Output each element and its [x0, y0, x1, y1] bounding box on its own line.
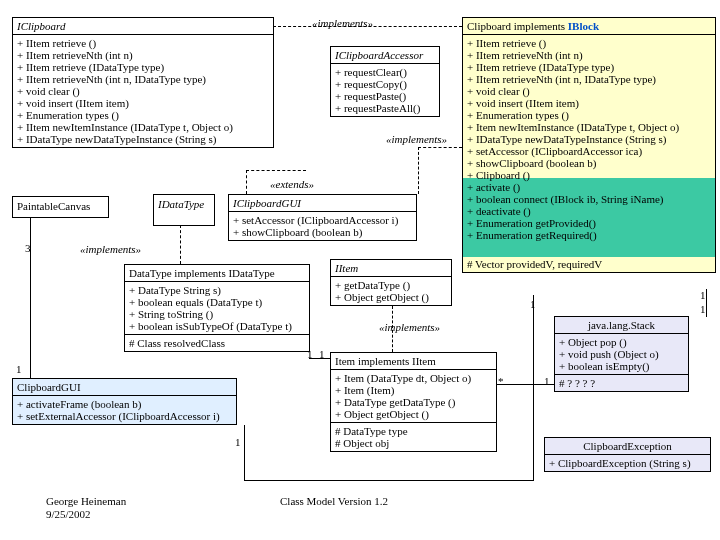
- op: + getDataType (): [335, 279, 447, 291]
- line: [273, 26, 462, 27]
- op: + deactivate (): [467, 205, 711, 217]
- stereotype-implements: «implements»: [379, 321, 440, 333]
- op: + Clipboard (): [467, 169, 711, 181]
- class-body: + DataType String s) + boolean equals (D…: [125, 282, 309, 334]
- op: + DataType String s): [129, 284, 305, 296]
- line: [244, 425, 245, 480]
- op: + Enumeration types (): [17, 109, 269, 121]
- op: + Object getObject (): [335, 291, 447, 303]
- line: [533, 295, 534, 480]
- footer-date: 9/25/2002: [46, 508, 91, 520]
- op: + IItem retrieve (IDataType type): [467, 61, 711, 73]
- class-body: + activateFrame (boolean b) + setExterna…: [13, 396, 236, 424]
- op: + Item (Item): [335, 384, 492, 396]
- op: + boolean equals (DataType t): [129, 296, 305, 308]
- class-attrs: # ? ? ? ?: [555, 374, 688, 391]
- class-attrs: # Class resolvedClass: [125, 334, 309, 351]
- line: [246, 170, 247, 194]
- op: + ClipboardException (String s): [549, 457, 706, 469]
- class-title: Clipboard implements IBlock: [463, 18, 715, 35]
- mult: 1: [16, 363, 22, 375]
- class-idatatype: IDataType: [153, 194, 215, 226]
- class-iitem: IItem + getDataType () + Object getObjec…: [330, 259, 452, 306]
- op: + Item newItemInstance (IDataType t, Obj…: [467, 121, 711, 133]
- op: + IDataType newDataTypeInstance (String …: [17, 133, 269, 145]
- line: [244, 480, 534, 481]
- class-title: PaintableCanvas: [13, 197, 108, 215]
- line: [418, 147, 462, 148]
- op: + boolean isEmpty(): [559, 360, 684, 372]
- txt: Clipboard implements: [467, 20, 568, 32]
- class-title: IClipboardGUI: [229, 195, 416, 212]
- iblock: IBlock: [568, 20, 599, 32]
- line: [706, 289, 707, 317]
- class-title: IClipboard: [13, 18, 273, 35]
- stereotype-implements: «implements»: [312, 17, 373, 29]
- op: + void insert (IItem item): [17, 97, 269, 109]
- class-body: + IItem retrieve () + IItem retrieveNth …: [13, 35, 273, 147]
- op: + Object getObject (): [335, 408, 492, 420]
- op: + requestPasteAll(): [335, 102, 435, 114]
- op: + Object pop (): [559, 336, 684, 348]
- op: + IItem newItemInstance (IDataType t, Ob…: [17, 121, 269, 133]
- op: + IItem retrieve (): [17, 37, 269, 49]
- class-body: + requestClear() + requestCopy() + reque…: [331, 64, 439, 116]
- op: + void clear (): [467, 85, 711, 97]
- stereotype-extends: «extends»: [270, 178, 314, 190]
- class-exception: ClipboardException + ClipboardException …: [544, 437, 711, 472]
- op: + boolean isSubTypeOf (DataType t): [129, 320, 305, 332]
- op: + void push (Object o): [559, 348, 684, 360]
- mult: 1: [235, 436, 241, 448]
- class-accessor: IClipboardAccessor + requestClear() + re…: [330, 46, 440, 117]
- op: + IItem retrieve (IDataType type): [17, 61, 269, 73]
- attr: # DataType type: [335, 425, 492, 437]
- footer-version: Class Model Version 1.2: [280, 495, 388, 507]
- footer-author: George Heineman: [46, 495, 126, 507]
- line: [418, 147, 419, 194]
- stereotype-implements: «implements»: [80, 243, 141, 255]
- op: + setAccessor (IClipboardAccessor i): [233, 214, 412, 226]
- op: + requestCopy(): [335, 78, 435, 90]
- attr: # Object obj: [335, 437, 492, 449]
- op: + boolean connect (IBlock ib, String iNa…: [467, 193, 711, 205]
- op: + Item (DataType dt, Object o): [335, 372, 492, 384]
- class-body: + Item (DataType dt, Object o) + Item (I…: [331, 370, 496, 422]
- op: + requestClear(): [335, 66, 435, 78]
- op: + setAccessor (IClipboardAccessor ica): [467, 145, 711, 157]
- attr: # ? ? ? ?: [559, 377, 684, 389]
- class-body: + IItem retrieve () + IItem retrieveNth …: [463, 35, 715, 243]
- stereotype-implements: «implements»: [386, 133, 447, 145]
- mult: *: [498, 375, 504, 387]
- op: + void clear (): [17, 85, 269, 97]
- op: + String toString (): [129, 308, 305, 320]
- class-guiif: IClipboardGUI + setAccessor (IClipboardA…: [228, 194, 417, 241]
- op: + IItem retrieveNth (int n): [17, 49, 269, 61]
- op: + IItem retrieveNth (int n): [467, 49, 711, 61]
- op: + requestPaste(): [335, 90, 435, 102]
- class-paintable: PaintableCanvas: [12, 196, 109, 218]
- op: + IDataType newDataTypeInstance (String …: [467, 133, 711, 145]
- class-body: + Object pop () + void push (Object o) +…: [555, 334, 688, 374]
- op: + Enumeration types (): [467, 109, 711, 121]
- line: [496, 384, 554, 385]
- line: [180, 225, 181, 264]
- class-title: IItem: [331, 260, 451, 277]
- line: [30, 218, 31, 378]
- line: [246, 170, 306, 171]
- line: [392, 306, 393, 352]
- class-gui: ClipboardGUI + activateFrame (boolean b)…: [12, 378, 237, 425]
- op: + showClipboard (boolean b): [467, 157, 711, 169]
- line: [309, 358, 330, 359]
- class-title: ClipboardGUI: [13, 379, 236, 396]
- class-title: DataType implements IDataType: [125, 265, 309, 282]
- op: + void insert (IItem item): [467, 97, 711, 109]
- op: + setExternalAccessor (IClipboardAccesso…: [17, 410, 232, 422]
- class-body: + ClipboardException (String s): [545, 455, 710, 471]
- class-body: + getDataType () + Object getObject (): [331, 277, 451, 305]
- op: + Enumeration getRequired(): [467, 229, 711, 241]
- class-clipboard: Clipboard implements IBlock + IItem retr…: [462, 17, 716, 273]
- op: + IItem retrieveNth (int n, IDataType ty…: [17, 73, 269, 85]
- mult: 1: [544, 375, 550, 387]
- class-title: Item implements IItem: [331, 353, 496, 370]
- mult: 1: [700, 289, 706, 301]
